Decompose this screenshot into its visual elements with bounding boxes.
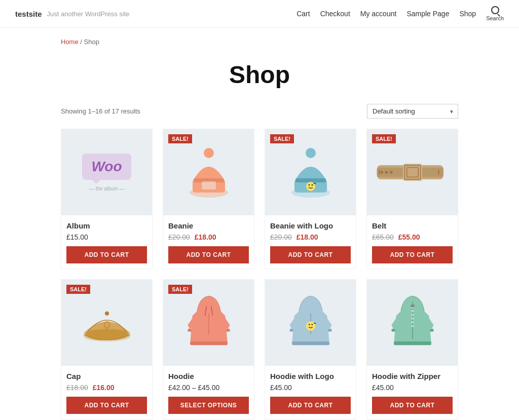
hoodie-zipper-svg <box>387 292 438 353</box>
svg-point-19 <box>380 171 383 174</box>
product-info-hoodie: Hoodie £42.00 – £45.00 SELECT OPTIONS <box>163 366 254 419</box>
nav-sample-page[interactable]: Sample Page <box>406 10 449 18</box>
svg-rect-35 <box>292 341 329 345</box>
sale-badge-cap: SALE! <box>66 285 90 294</box>
svg-rect-43 <box>411 318 414 320</box>
sale-badge-belt: SALE! <box>372 134 396 143</box>
svg-rect-4 <box>202 181 216 189</box>
add-to-cart-beanie[interactable]: ADD TO CART <box>168 246 249 263</box>
nav-my-account[interactable]: My account <box>360 10 397 18</box>
cap-svg <box>82 292 132 353</box>
svg-rect-41 <box>411 310 414 312</box>
price-original-beanie-logo: £20.00 <box>270 233 292 241</box>
product-grid: Woo — the album — Album £15.00 ADD TO CA… <box>61 129 458 419</box>
product-image-hoodie-zipper <box>367 280 458 366</box>
price-original-beanie: £20.00 <box>168 233 190 241</box>
product-info-belt: Belt £65.00 £55.00 ADD TO CART <box>367 215 458 269</box>
product-name-beanie: Beanie <box>168 221 249 230</box>
site-tagline: Just another WordPress site <box>47 10 130 18</box>
sale-badge-hoodie: SALE! <box>168 285 192 294</box>
svg-rect-47 <box>391 329 395 332</box>
search-label: Search <box>486 15 504 21</box>
nav-shop[interactable]: Shop <box>459 10 476 18</box>
product-image-album: Woo — the album — <box>61 129 152 215</box>
svg-rect-34 <box>328 329 331 332</box>
header-left: testsite Just another WordPress site <box>15 10 130 18</box>
site-title: testsite <box>15 10 42 18</box>
price-sale-cap: £16.00 <box>93 384 115 392</box>
sale-badge-beanie-logo: SALE! <box>270 134 294 143</box>
nav-cart[interactable]: Cart <box>296 10 310 18</box>
product-info-cap: Cap £18.00 £16.00 ADD TO CART <box>61 366 152 419</box>
product-price-beanie: £20.00 £18.00 <box>168 233 249 241</box>
product-info-beanie: Beanie £20.00 £18.00 ADD TO CART <box>163 215 254 269</box>
svg-point-11 <box>311 184 313 186</box>
page-title: Shop <box>61 61 458 89</box>
price-sale-belt: £55.00 <box>398 233 420 241</box>
product-image-hoodie: SALE! <box>163 280 254 366</box>
price-regular-album: £15.00 <box>66 233 88 241</box>
price-regular-hoodie-logo: £45.00 <box>270 384 292 392</box>
price-original-belt: £65.00 <box>372 233 394 241</box>
product-card-beanie: SALE! Beanie £20.00 £18.00 ADD TO CAR <box>163 129 254 269</box>
product-name-hoodie-logo: Hoodie with Logo <box>270 372 351 380</box>
select-options-hoodie[interactable]: SELECT OPTIONS <box>168 397 249 414</box>
add-to-cart-cap[interactable]: ADD TO CART <box>66 397 147 414</box>
svg-rect-29 <box>190 341 228 345</box>
svg-point-7 <box>306 148 316 158</box>
product-name-hoodie-zipper: Hoodie with Zipper <box>372 372 453 380</box>
sale-badge-beanie: SALE! <box>168 134 192 143</box>
shop-toolbar: Showing 1–16 of 17 results Default sorti… <box>61 104 458 119</box>
product-image-belt: SALE! <box>367 129 458 215</box>
belt-svg <box>375 152 451 193</box>
product-card-hoodie: SALE! <box>163 279 254 419</box>
search-icon <box>491 6 499 14</box>
price-sale-beanie: £18.00 <box>195 233 216 241</box>
product-price-cap: £18.00 £16.00 <box>66 384 147 392</box>
product-info-album: Album £15.00 ADD TO CART <box>61 215 152 269</box>
product-price-hoodie-zipper: £45.00 <box>372 384 453 392</box>
product-image-cap: SALE! <box>61 280 152 366</box>
product-card-hoodie-zipper: Hoodie with Zipper £45.00 ADD TO CART <box>366 279 458 419</box>
price-original-cap: £18.00 <box>66 384 88 392</box>
svg-point-18 <box>390 171 393 174</box>
svg-rect-45 <box>411 325 414 327</box>
svg-rect-28 <box>226 329 230 332</box>
svg-point-38 <box>311 324 313 325</box>
album-woo-text: Woo <box>82 154 131 180</box>
add-to-cart-hoodie-logo[interactable]: ADD TO CART <box>270 397 351 414</box>
product-price-belt: £65.00 £55.00 <box>372 233 453 241</box>
add-to-cart-belt[interactable]: ADD TO CART <box>372 246 453 263</box>
price-sale-beanie-logo: £18.00 <box>296 233 318 241</box>
svg-point-10 <box>308 184 310 186</box>
product-name-belt: Belt <box>372 221 453 230</box>
svg-point-17 <box>385 171 388 174</box>
product-card-belt: SALE! Belt <box>366 129 458 269</box>
breadcrumb-separator: / <box>80 38 84 46</box>
svg-rect-49 <box>394 341 431 345</box>
product-price-hoodie: £42.00 – £45.00 <box>168 384 249 392</box>
add-to-cart-album[interactable]: ADD TO CART <box>66 246 147 263</box>
beanie-logo-svg <box>285 142 336 203</box>
product-card-album: Woo — the album — Album £15.00 ADD TO CA… <box>61 129 153 269</box>
add-to-cart-hoodie-zipper[interactable]: ADD TO CART <box>372 397 453 414</box>
sort-wrapper: Default sorting Sort by popularity Sort … <box>367 104 458 119</box>
beanie-svg <box>183 142 234 203</box>
svg-rect-48 <box>430 329 433 332</box>
hoodie-logo-svg <box>285 292 336 353</box>
product-image-beanie-with-logo: SALE! <box>265 129 356 215</box>
product-card-hoodie-logo: Hoodie with Logo £45.00 ADD TO CART <box>265 279 356 419</box>
sort-select[interactable]: Default sorting Sort by popularity Sort … <box>367 104 458 119</box>
svg-point-37 <box>308 324 310 325</box>
svg-point-24 <box>104 312 108 316</box>
breadcrumb: Home / Shop <box>0 28 519 51</box>
price-regular-hoodie-zipper: £45.00 <box>372 384 394 392</box>
main-nav: Cart Checkout My account Sample Page Sho… <box>296 6 504 21</box>
search-button[interactable]: Search <box>486 6 504 21</box>
product-name-beanie-logo: Beanie with Logo <box>270 221 351 230</box>
add-to-cart-beanie-logo[interactable]: ADD TO CART <box>270 246 351 263</box>
product-name-album: Album <box>66 221 147 230</box>
product-price-beanie-logo: £20.00 £18.00 <box>270 233 351 241</box>
breadcrumb-home[interactable]: Home <box>61 38 79 46</box>
nav-checkout[interactable]: Checkout <box>320 10 350 18</box>
